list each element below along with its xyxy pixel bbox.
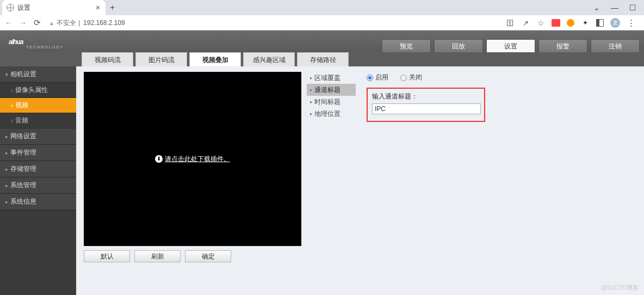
overlay-item-region[interactable]: 区域覆盖 [307,72,356,84]
enable-radio-group: 启用 关闭 [367,73,631,82]
browser-tab[interactable]: 设置 × [2,0,106,15]
sidebar-group-storage[interactable]: 存储管理 [0,161,76,177]
overlay-item-channel-title[interactable]: 通道标题 [307,84,356,96]
nav-logout[interactable]: 注销 [591,39,640,52]
page-body: 相机设置 摄像头属性 视频 音频 网络设置 事件管理 存储管理 系统管理 系统信… [0,66,644,295]
channel-title-input[interactable] [372,103,481,114]
watermark: @51CTO博客 [602,284,639,292]
channel-title-label: 输入通道标题： [372,92,480,101]
sidebar-group-system[interactable]: 系统管理 [0,177,76,194]
side-panel-icon[interactable] [596,19,604,27]
refresh-button[interactable]: 刷新 [134,250,181,262]
nav-preview[interactable]: 预览 [382,39,431,52]
nav-forward-icon[interactable]: → [17,19,28,27]
form-panel: 启用 关闭 输入通道标题： [361,72,636,290]
brand-logo: alhuaTECHNOLOGY [0,33,70,52]
preview-column: 请点击此处下载插件。 默认 刷新 确定 [84,72,301,290]
tab-storage-path[interactable]: 存储路径 [297,52,349,66]
sidebar-group-network[interactable]: 网络设置 [0,128,76,145]
nav-back-icon[interactable]: ← [3,19,14,27]
url-box[interactable]: 不安全 | 192.168.2.109 [46,19,503,28]
tab-roi[interactable]: 感兴趣区域 [243,52,295,66]
top-nav: 预览 回放 设置 报警 注销 [382,39,644,52]
bookmark-star-icon[interactable] [536,19,545,27]
globe-icon [7,4,14,11]
sidebar-group-event[interactable]: 事件管理 [0,145,76,161]
window-minimize-icon[interactable]: — [611,3,618,12]
nav-reload-icon[interactable]: ⟳ [32,18,42,28]
tab-video-overlay[interactable]: 视频叠加 [189,52,241,66]
extension-orange-icon[interactable] [567,19,574,27]
share-icon[interactable] [521,19,530,27]
sidebar-item-video[interactable]: 视频 [0,98,76,113]
sub-tabs: 视频码流 图片码流 视频叠加 感兴趣区域 存储路径 [0,52,644,66]
main-content: 请点击此处下载插件。 默认 刷新 确定 区域覆盖 通道标题 时间标题 地理位置 … [76,66,644,295]
profile-avatar[interactable]: 龙 [610,18,620,28]
radio-off-icon [400,75,407,81]
toolbar-right-icons: 龙 [506,18,641,28]
tab-title: 设置 [17,3,92,13]
browser-chrome: 设置 × + ⌄ — ☐ ← → ⟳ 不安全 | 192.168.2.109 龙 [0,0,644,30]
overlay-item-time-title[interactable]: 时间标题 [307,96,356,108]
app-header: alhuaTECHNOLOGY 预览 回放 设置 报警 注销 [0,30,644,52]
extension-red-icon[interactable] [552,19,560,27]
insecure-badge: 不安全 | [49,19,80,28]
radio-on-icon [367,75,373,81]
overlay-item-geo[interactable]: 地理位置 [307,108,356,120]
nav-alarm[interactable]: 报警 [538,39,587,52]
video-preview: 请点击此处下载插件。 [84,72,301,246]
window-chevron-icon[interactable]: ⌄ [593,3,600,12]
tab-picture-stream[interactable]: 图片码流 [135,52,187,66]
preview-buttons: 默认 刷新 确定 [84,250,301,262]
sidebar-item-audio[interactable]: 音频 [0,113,76,128]
address-bar: ← → ⟳ 不安全 | 192.168.2.109 龙 [0,15,644,30]
sidebar-group-sysinfo[interactable]: 系统信息 [0,194,76,210]
new-tab-button[interactable]: + [110,3,115,13]
extensions-icon[interactable] [581,19,590,27]
nav-playback[interactable]: 回放 [434,39,483,52]
window-maximize-icon[interactable]: ☐ [629,3,636,12]
sidebar-group-camera[interactable]: 相机设置 [0,66,76,83]
default-button[interactable]: 默认 [84,250,130,262]
tab-video-stream[interactable]: 视频码流 [82,52,133,66]
overflow-menu-icon[interactable] [627,19,635,27]
confirm-button[interactable]: 确定 [185,250,231,262]
window-controls: ⌄ — ☐ [593,3,644,12]
sidebar-item-camera-props[interactable]: 摄像头属性 [0,83,76,98]
highlighted-input-area: 输入通道标题： [367,88,485,122]
url-text: 192.168.2.109 [83,19,125,27]
sidebar: 相机设置 摄像头属性 视频 音频 网络设置 事件管理 存储管理 系统管理 系统信… [0,66,76,295]
radio-disable[interactable]: 关闭 [400,73,422,82]
radio-enable[interactable]: 启用 [367,73,388,82]
tab-bar: 设置 × + ⌄ — ☐ [0,0,644,15]
nav-settings[interactable]: 设置 [486,39,535,52]
close-tab-icon[interactable]: × [96,3,100,12]
key-icon[interactable] [506,19,515,27]
overlay-category-list: 区域覆盖 通道标题 时间标题 地理位置 [307,72,356,290]
download-plugin-link[interactable]: 请点击此处下载插件。 [155,155,230,164]
